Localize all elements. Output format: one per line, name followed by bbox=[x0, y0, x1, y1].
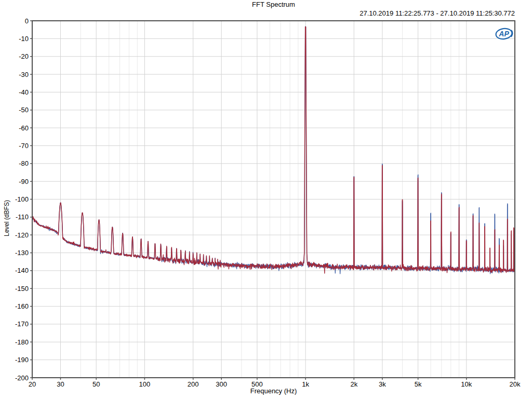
trace-channel-2 bbox=[32, 27, 515, 274]
y-tick-label: -60 bbox=[19, 124, 29, 132]
y-tick-label: -40 bbox=[19, 88, 29, 96]
spectrum-plot: 2030501002003005001k2k3k5k10k20k0-10-20-… bbox=[0, 0, 532, 399]
fft-spectrum-window: FFT Spectrum 27.10.2019 11:22:25.773 - 2… bbox=[0, 0, 532, 399]
y-tick-label: -80 bbox=[19, 159, 29, 167]
y-tick-label: -30 bbox=[19, 71, 29, 78]
trace-channel-1 bbox=[32, 26, 515, 274]
y-tick-label: -190 bbox=[15, 356, 29, 364]
y-tick-label: -20 bbox=[19, 52, 29, 60]
y-tick-label: -140 bbox=[15, 267, 29, 274]
y-tick-label: -90 bbox=[19, 178, 29, 185]
y-tick-label: -110 bbox=[16, 213, 29, 221]
y-tick-label: -120 bbox=[15, 231, 29, 239]
y-tick-labels: 0-10-20-30-40-50-60-70-80-90-100-110-120… bbox=[15, 17, 29, 382]
axis-ticks bbox=[30, 21, 515, 380]
y-tick-label: -100 bbox=[15, 195, 29, 203]
logo-text: AP bbox=[498, 30, 509, 38]
y-tick-label: -50 bbox=[19, 106, 29, 114]
y-tick-label: -150 bbox=[15, 285, 29, 292]
y-axis-label: Level (dBFS) bbox=[3, 177, 11, 260]
spectrum-traces bbox=[32, 26, 515, 274]
x-axis-label: Frequency (Hz) bbox=[32, 387, 515, 395]
y-tick-label: 0 bbox=[25, 17, 29, 25]
y-tick-label: -160 bbox=[15, 302, 29, 310]
grid-lines bbox=[32, 21, 515, 378]
y-tick-label: -10 bbox=[19, 35, 29, 43]
y-tick-label: -180 bbox=[15, 338, 29, 346]
y-tick-label: -170 bbox=[15, 320, 29, 328]
y-tick-label: -200 bbox=[15, 374, 29, 382]
y-tick-label: -70 bbox=[19, 142, 29, 150]
audio-precision-logo: AP bbox=[494, 26, 514, 41]
y-tick-label: -130 bbox=[15, 249, 29, 257]
